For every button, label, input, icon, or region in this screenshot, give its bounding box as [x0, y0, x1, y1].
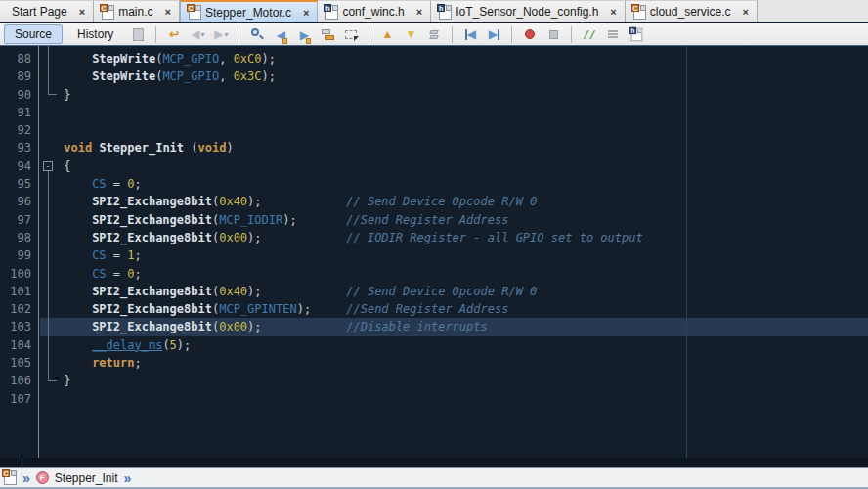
code-line: SPI2_Exchange8bit(0x40); // Send Device …: [40, 283, 868, 300]
code-lines[interactable]: StepWrite(MCP_GPIO, 0xC0); StepWrite(MCP…: [40, 50, 868, 408]
jump-last-edit-icon[interactable]: ↩: [164, 25, 184, 44]
tab-label: Start Page: [12, 5, 67, 19]
breadcrumb-item-function[interactable]: Stepper_Init: [55, 471, 118, 485]
code-line: {: [40, 157, 868, 175]
h-file-icon: h: [439, 5, 452, 20]
code-line: }: [40, 372, 868, 389]
code-line: CS = 0;: [40, 175, 868, 193]
function-icon: F: [36, 471, 49, 484]
c-file-icon: C: [633, 5, 646, 20]
code-editor[interactable]: 8889909192939495969798991001011021031041…: [0, 45, 868, 458]
chevron-right-icon: »: [124, 471, 132, 485]
previous-occurrence-icon[interactable]: ▲: [377, 25, 397, 44]
code-line: [40, 390, 868, 408]
shift-right-icon[interactable]: ▶: [484, 25, 503, 44]
code-line: SPI2_Exchange8bit(0x00); //Disable inter…: [40, 318, 868, 335]
uncomment-icon[interactable]: [603, 25, 623, 44]
tab-iot-sensor-node-config-h[interactable]: h IoT_Sensor_Node_config.h ×: [431, 0, 626, 22]
editor-tab-bar: Start Page × C main.c × C Stepper_Motor.…: [0, 0, 868, 22]
chevron-right-icon: »: [22, 471, 30, 485]
toolbar-separator: [369, 26, 369, 43]
code-line: [40, 104, 868, 121]
tab-label: cloud_service.c: [650, 5, 731, 19]
tab-label: main.c: [118, 5, 152, 19]
next-occurrence-icon[interactable]: ▼: [401, 25, 420, 44]
fold-guide: [48, 46, 57, 95]
history-view-button[interactable]: History: [66, 24, 124, 44]
back-icon[interactable]: ◀▾: [188, 25, 207, 44]
fold-collapse-icon[interactable]: -: [43, 161, 53, 171]
toolbar-separator: [511, 26, 512, 43]
tab-start-page[interactable]: Start Page ×: [0, 0, 94, 22]
close-icon[interactable]: ×: [303, 8, 309, 18]
code-line: SPI2_Exchange8bit(MCP_GPINTEN); //Send R…: [40, 300, 868, 318]
code-line: CS = 1;: [40, 246, 868, 264]
record-macro-icon[interactable]: [520, 25, 540, 44]
stop-macro-icon[interactable]: [543, 25, 563, 44]
horizontal-scrollbar[interactable]: [0, 458, 868, 467]
tab-stepper-motor-c[interactable]: C Stepper_Motor.c ×: [180, 0, 319, 22]
toolbar-separator: [155, 26, 156, 43]
tab-cloud-service-c[interactable]: C cloud_service.c ×: [626, 0, 758, 22]
toggle-highlight-icon[interactable]: [424, 25, 444, 44]
code-line: return;: [40, 354, 868, 372]
right-margin-guide: [686, 46, 687, 459]
source-view-button[interactable]: Source: [4, 24, 63, 44]
forward-icon[interactable]: ▶▾: [211, 25, 231, 44]
tab-label: IoT_Sensor_Node_config.h: [456, 5, 598, 19]
find-selection-icon[interactable]: [247, 25, 267, 44]
code-line: __delay_ms(5);: [40, 336, 868, 354]
close-icon[interactable]: ×: [416, 7, 422, 17]
code-line: }: [40, 86, 868, 104]
comment-icon[interactable]: //: [580, 25, 599, 44]
code-line: SPI2_Exchange8bit(0x00); // IODIR Regist…: [40, 229, 868, 246]
code-line: SPI2_Exchange8bit(MCP_IODIR); //Send Reg…: [40, 211, 868, 229]
c-file-icon: C: [189, 5, 201, 20]
tab-conf-winc-h[interactable]: h conf_winc.h ×: [318, 0, 431, 22]
c-file-icon: C: [102, 5, 114, 20]
rectangular-selection-icon[interactable]: [341, 25, 361, 44]
code-line: void Stepper_Init (void): [40, 139, 868, 156]
c-file-icon: C: [4, 470, 17, 485]
next-bookmark-icon[interactable]: ▶: [294, 25, 314, 44]
diff-sidebar-icon[interactable]: [128, 25, 148, 44]
tab-label: Stepper_Motor.c: [205, 6, 291, 20]
editor-toolbar: Source History ↩ ◀▾ ▶▾ ◀ ▶ ▲ ▼ ◀ ▶ // h: [0, 23, 868, 45]
line-number-gutter: 8889909192939495969798991001011021031041…: [0, 46, 39, 458]
previous-bookmark-icon[interactable]: ◀: [271, 25, 290, 44]
tab-label: conf_winc.h: [342, 5, 404, 19]
toolbar-separator: [571, 26, 572, 43]
fold-guide: [48, 171, 57, 381]
code-line: StepWrite(MCP_GPIO, 0xC0);: [40, 50, 868, 67]
tab-main-c[interactable]: C main.c ×: [94, 0, 180, 22]
toolbar-separator: [239, 26, 239, 43]
code-line: SPI2_Exchange8bit(0x40); // Send Device …: [40, 193, 868, 210]
h-file-icon: h: [326, 5, 338, 20]
close-icon[interactable]: ×: [743, 7, 749, 17]
code-line: StepWrite(MCP_GPIO, 0x3C);: [40, 67, 868, 85]
header-source-toggle-icon[interactable]: h: [627, 25, 646, 44]
close-icon[interactable]: ×: [79, 7, 85, 17]
close-icon[interactable]: ×: [610, 7, 616, 17]
toggle-bookmark-icon[interactable]: [318, 25, 337, 44]
breadcrumb: C » F Stepper_Init »: [0, 467, 868, 487]
code-line: CS = 0;: [40, 265, 868, 283]
shift-left-icon[interactable]: ◀: [460, 25, 480, 44]
close-icon[interactable]: ×: [164, 7, 170, 17]
toolbar-separator: [452, 26, 453, 43]
code-line: [40, 121, 868, 139]
